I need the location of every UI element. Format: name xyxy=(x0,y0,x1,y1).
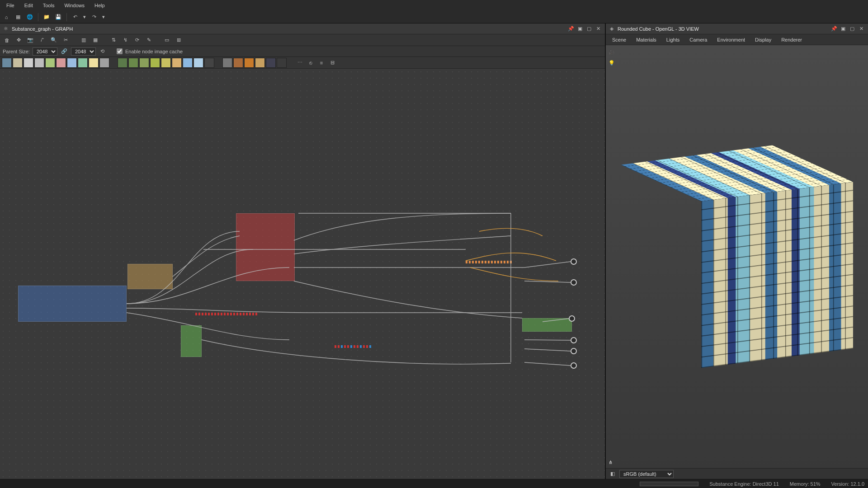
node-palette-button[interactable] xyxy=(2,58,12,68)
3d-view-title: Rounded Cube - OpenGL - 3D VIEW xyxy=(618,26,699,32)
parent-size-height-select[interactable]: 2048 xyxy=(71,47,96,56)
viewport-camera-icon[interactable]: 🎥 xyxy=(608,48,616,56)
node-palette-button[interactable] xyxy=(34,58,44,68)
graph-canvas[interactable] xyxy=(0,69,605,479)
restore-icon[interactable]: ▣ xyxy=(576,25,584,33)
snap-icon[interactable]: ⊞ xyxy=(174,35,184,45)
status-bar: Substance Engine: Direct3D 11 Memory: 51… xyxy=(0,479,868,488)
3d-view-panel: ◈ Rounded Cube - OpenGL - 3D VIEW 📌 ▣ ▢ … xyxy=(606,23,868,479)
arrange-icon[interactable]: ⇅ xyxy=(108,35,118,45)
maximize-icon[interactable]: ▢ xyxy=(848,25,856,33)
node-palette-button[interactable] xyxy=(172,58,182,68)
node-palette-button[interactable] xyxy=(56,58,66,68)
tab-display[interactable]: Display xyxy=(750,36,776,44)
zoom-icon[interactable]: 🔍 xyxy=(49,35,59,45)
undo-dropdown-icon[interactable]: ▾ xyxy=(82,13,87,22)
tab-environment[interactable]: Environment xyxy=(712,36,750,44)
align-grid-icon[interactable]: ▦ xyxy=(90,35,100,45)
node-palette-button[interactable] xyxy=(24,58,33,68)
frame-icon[interactable]: ▭ xyxy=(162,35,172,45)
open-folder-icon[interactable]: 📁 xyxy=(42,13,51,22)
tab-renderer[interactable]: Renderer xyxy=(777,36,807,44)
save-icon[interactable]: 💾 xyxy=(54,13,63,22)
node-palette-button[interactable] xyxy=(128,58,138,68)
move-icon[interactable]: ✥ xyxy=(14,35,24,45)
node-palette-button[interactable] xyxy=(150,58,160,68)
parent-size-label: Parent Size: xyxy=(3,49,30,54)
graph-toolbar-edit: 🗑 ✥ 📷 𝑖⁺ 🔍 ✂ ▥ ▦ ⇅ ↯ ⟳ ✎ ▭ ⊞ xyxy=(0,34,605,46)
status-progress xyxy=(640,482,698,486)
redo-dropdown-icon[interactable]: ▾ xyxy=(101,13,106,22)
graph-icon: ⚛ xyxy=(3,26,9,32)
menu-file[interactable]: File xyxy=(2,1,19,9)
app-menubar: File Edit Tools Windows Help xyxy=(0,0,868,11)
globe-icon[interactable]: 🌐 xyxy=(25,13,34,22)
reset-size-icon[interactable]: ⟲ xyxy=(99,47,107,56)
graph-panel-titlebar: ⚛ Substance_graph - GRAPH 📌 ▣ ▢ ✕ xyxy=(0,23,605,34)
colorspace-icon[interactable]: ◧ xyxy=(609,470,617,478)
close-icon[interactable]: ✕ xyxy=(857,25,865,33)
enable-cache-label: Enable node image cache xyxy=(125,49,183,54)
node-palette-button[interactable] xyxy=(222,58,232,68)
node-palette-button[interactable] xyxy=(118,58,127,68)
restore-icon[interactable]: ▣ xyxy=(839,25,847,33)
node-palette-button[interactable] xyxy=(193,58,203,68)
viewport-hierarchy-icon[interactable]: ⋔ xyxy=(609,460,613,465)
node-palette-button[interactable] xyxy=(204,58,214,68)
node-palette-button[interactable] xyxy=(13,58,23,68)
node-palette-button[interactable] xyxy=(183,58,193,68)
wand-icon[interactable]: ✎ xyxy=(144,35,154,45)
link-size-icon[interactable]: 🔗 xyxy=(60,47,68,56)
node-palette-button[interactable] xyxy=(139,58,149,68)
node-palette-extra-button[interactable]: ≡ xyxy=(316,58,326,68)
trash-icon[interactable]: 🗑 xyxy=(2,35,12,45)
camera-icon[interactable]: 📷 xyxy=(25,35,35,45)
node-palette-button[interactable] xyxy=(45,58,55,68)
parent-size-width-select[interactable]: 2048 xyxy=(33,47,57,56)
node-palette-extra-button[interactable]: ⊟ xyxy=(327,58,337,68)
undo-icon[interactable]: ↶ xyxy=(71,13,80,22)
node-palette-button[interactable] xyxy=(233,58,243,68)
menu-tools[interactable]: Tools xyxy=(38,1,59,9)
tab-lights[interactable]: Lights xyxy=(662,36,684,44)
eyedropper-icon[interactable]: 𝑖⁺ xyxy=(37,35,47,45)
node-palette-button[interactable] xyxy=(67,58,77,68)
3d-view-bottombar: ◧ sRGB (default) xyxy=(606,468,868,479)
pin-icon[interactable]: 📌 xyxy=(567,25,575,33)
home-icon[interactable]: ⌂ xyxy=(2,13,11,22)
menu-edit[interactable]: Edit xyxy=(20,1,38,9)
node-palette-button[interactable] xyxy=(99,58,109,68)
graph-wires xyxy=(0,69,605,479)
align-left-icon[interactable]: ▥ xyxy=(79,35,89,45)
viewport-light-icon[interactable]: 💡 xyxy=(608,59,616,67)
node-palette-button[interactable] xyxy=(255,58,265,68)
cut-icon[interactable]: ✂ xyxy=(61,35,71,45)
status-engine: Substance Engine: Direct3D 11 xyxy=(709,481,778,487)
3d-view-titlebar: ◈ Rounded Cube - OpenGL - 3D VIEW 📌 ▣ ▢ … xyxy=(606,23,868,34)
node-palette-button[interactable] xyxy=(78,58,88,68)
node-palette-button[interactable] xyxy=(244,58,254,68)
node-palette-extra-button[interactable]: ⋯ xyxy=(295,58,305,68)
preview-mesh xyxy=(661,164,813,350)
tab-scene[interactable]: Scene xyxy=(608,36,631,44)
refresh-icon[interactable]: ⟳ xyxy=(132,35,142,45)
maximize-icon[interactable]: ▢ xyxy=(585,25,593,33)
node-palette-button[interactable] xyxy=(277,58,287,68)
menu-help[interactable]: Help xyxy=(90,1,109,9)
colorspace-select[interactable]: sRGB (default) xyxy=(619,470,674,478)
close-icon[interactable]: ✕ xyxy=(594,25,602,33)
node-palette-extra-button[interactable]: ⎋ xyxy=(306,58,316,68)
redo-icon[interactable]: ↷ xyxy=(90,13,99,22)
node-palette-button[interactable] xyxy=(89,58,99,68)
graph-panel: ⚛ Substance_graph - GRAPH 📌 ▣ ▢ ✕ 🗑 ✥ 📷 … xyxy=(0,23,606,479)
tab-camera[interactable]: Camera xyxy=(685,36,712,44)
enable-cache-checkbox[interactable] xyxy=(117,48,123,54)
tab-materials[interactable]: Materials xyxy=(632,36,661,44)
grid-icon[interactable]: ▦ xyxy=(14,13,23,22)
route-icon[interactable]: ↯ xyxy=(120,35,130,45)
node-palette-button[interactable] xyxy=(266,58,276,68)
pin-icon[interactable]: 📌 xyxy=(830,25,838,33)
menu-windows[interactable]: Windows xyxy=(60,1,89,9)
node-palette-button[interactable] xyxy=(161,58,171,68)
3d-viewport[interactable]: 🎥 💡 ⋔ xyxy=(606,45,868,468)
